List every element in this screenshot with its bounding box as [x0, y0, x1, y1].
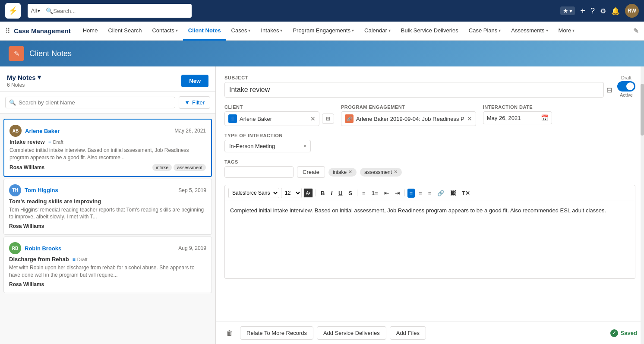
avatar: TH [9, 184, 21, 196]
delete-button[interactable]: 🗑 [223, 328, 237, 339]
create-tag-button[interactable]: Create [297, 166, 325, 178]
edit-nav-icon[interactable]: ✎ [633, 27, 639, 35]
client-value: Arlene Baker [240, 116, 308, 122]
remove-assessment-tag[interactable]: ✕ [394, 169, 398, 175]
draft-badge: ≡ Draft [48, 139, 63, 145]
text-color-swatch[interactable]: A ▾ [303, 188, 313, 198]
note-card[interactable]: AB Arlene Baker May 26, 2021 Intake revi… [3, 119, 212, 177]
nav-item-case-plans[interactable]: Case Plans ▾ [464, 22, 506, 41]
link-button[interactable]: 🔗 [435, 189, 446, 198]
nav-item-client-search[interactable]: Client Search [103, 22, 147, 41]
note-author: Rosa Williams [9, 281, 44, 287]
active-label: Active [620, 92, 633, 98]
subject-row: Subject ⊟ Draft Active [224, 75, 635, 98]
help-button[interactable]: ? [590, 6, 595, 16]
client-name: Robin Brooks [25, 245, 61, 252]
note-card[interactable]: RB Robin Brooks Aug 9, 2019 Discharge fr… [3, 237, 212, 293]
client-search-input[interactable] [19, 99, 171, 106]
font-family-select[interactable]: Salesforce Sans [228, 188, 279, 198]
draft-label: Draft [621, 75, 631, 80]
app-icon[interactable]: ⚡ [5, 3, 21, 19]
tags-input[interactable] [224, 166, 294, 178]
note-footer: Rosa Williams [9, 223, 206, 229]
bold-button[interactable]: B [319, 189, 327, 198]
subject-label: Subject [224, 75, 612, 80]
strikethrough-button[interactable]: S [346, 189, 354, 198]
add-button[interactable]: + [580, 6, 585, 16]
image-button[interactable]: 🖼 [448, 189, 458, 198]
date-picker-button[interactable]: 📅 [541, 114, 548, 121]
subject-field-group: Subject ⊟ [224, 75, 612, 98]
my-notes-title: My Notes ▾ [7, 73, 41, 81]
cases-chevron: ▾ [248, 28, 250, 33]
page-title: Client Notes [29, 49, 72, 58]
interaction-date-field-group: Interaction Date May 26, 2021 📅 [483, 104, 552, 124]
note-tags: intake assessment [152, 164, 206, 171]
add-service-deliveries-button[interactable]: Add Service Deliveries [317, 326, 386, 340]
my-notes-dropdown-icon[interactable]: ▾ [38, 73, 41, 81]
note-card[interactable]: TH Tom Higgins Sep 5, 2019 Tom's reading… [3, 179, 212, 235]
align-right-button[interactable]: ≡ [426, 189, 434, 198]
client-clear-button[interactable]: ✕ [310, 115, 316, 122]
interaction-date-field: May 26, 2021 📅 [483, 111, 552, 124]
interaction-date-value: May 26, 2021 [487, 115, 538, 121]
program-engagement-label: Program Engagement [341, 104, 476, 110]
note-date: Sep 5, 2019 [178, 187, 206, 193]
remove-intake-tag[interactable]: ✕ [348, 169, 352, 175]
nav-item-cases[interactable]: Cases ▾ [226, 22, 256, 41]
draft-toggle[interactable] [617, 81, 635, 92]
nav-item-bulk-service[interactable]: Bulk Service Deliveries [396, 22, 464, 41]
nav-item-calendar[interactable]: Calendar ▾ [359, 22, 396, 41]
align-center-button[interactable]: ≡ [417, 189, 424, 198]
client-lookup-button[interactable]: ⊞ [322, 114, 334, 124]
scrollbar-thumb[interactable] [641, 84, 644, 136]
nav-item-assessments[interactable]: Assessments ▾ [506, 22, 553, 41]
global-search-input[interactable] [53, 8, 174, 14]
client-field-group: Client 👤 Arlene Baker ✕ ⊞ [224, 104, 334, 126]
note-card-header: AB Arlene Baker May 26, 2021 [9, 125, 206, 137]
user-avatar[interactable]: RW [625, 4, 639, 18]
subject-input[interactable] [224, 82, 604, 98]
note-author: Rosa Williams [9, 164, 44, 170]
draft-badge: ≡ Draft [73, 256, 88, 262]
italic-button[interactable]: I [328, 189, 335, 198]
nav-item-more[interactable]: More ▾ [553, 22, 580, 41]
search-all-button[interactable]: All ▾ [31, 8, 43, 14]
client-field: 👤 Arlene Baker ✕ [224, 111, 319, 126]
page-header: ✎ Client Notes [0, 41, 644, 66]
favorites-button[interactable]: ★ ▾ [560, 6, 575, 15]
note-card-header: TH Tom Higgins Sep 5, 2019 [9, 184, 206, 196]
scrollbar-track[interactable] [641, 66, 644, 344]
settings-button[interactable]: ⚙ [600, 7, 606, 15]
interaction-type-field-group: Type of Interaction In-Person Meeting ▾ [224, 133, 311, 152]
filter-button[interactable]: ▼ Filter [179, 96, 210, 109]
indent-button[interactable]: ⇥ [393, 189, 402, 198]
outdent-button[interactable]: ⇤ [382, 189, 391, 198]
tag-pill: intake [152, 164, 172, 171]
new-note-button[interactable]: New [181, 75, 208, 87]
clear-formatting-button[interactable]: T✕ [460, 189, 472, 198]
subject-template-button[interactable]: ⊟ [606, 86, 612, 94]
add-files-button[interactable]: Add Files [390, 326, 426, 340]
nav-item-contacts[interactable]: Contacts ▾ [147, 22, 183, 41]
toolbar-divider [316, 189, 316, 196]
relate-to-more-records-button[interactable]: Relate To More Records [240, 326, 313, 340]
align-left-button[interactable]: ≡ [407, 189, 415, 198]
ordered-list-button[interactable]: 1≡ [369, 189, 380, 198]
unordered-list-button[interactable]: ≡ [360, 189, 368, 198]
case-plans-chevron: ▾ [499, 28, 501, 33]
nav-item-client-notes[interactable]: Client Notes [183, 22, 226, 41]
saved-indicator: ✓ Saved [610, 329, 637, 337]
contacts-chevron: ▾ [176, 28, 178, 33]
program-engagement-clear-button[interactable]: ✕ [467, 115, 472, 122]
notifications-button[interactable]: 🔔 [611, 7, 620, 15]
nav-item-intakes[interactable]: Intakes ▾ [256, 22, 287, 41]
rt-editor[interactable]: Completed initial intake interview. Base… [224, 201, 635, 279]
page-header-icon: ✎ [9, 46, 24, 61]
font-size-select[interactable]: 12 [281, 188, 302, 198]
grid-icon[interactable]: ⠿ [5, 27, 10, 35]
underline-button[interactable]: U [336, 189, 344, 198]
nav-item-program-engagements[interactable]: Program Engagements ▾ [287, 22, 359, 41]
interaction-type-select[interactable]: In-Person Meeting ▾ [224, 140, 311, 152]
nav-item-home[interactable]: Home [78, 22, 103, 41]
